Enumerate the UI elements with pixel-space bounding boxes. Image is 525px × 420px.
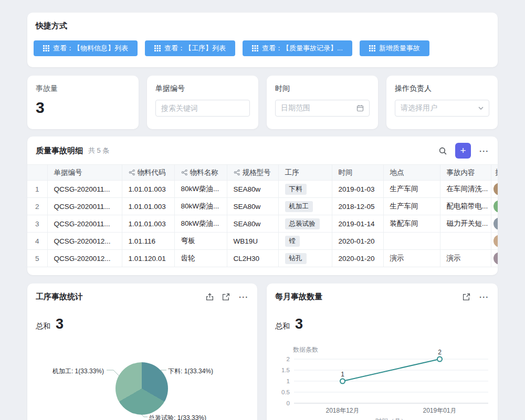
table-scroll-area[interactable]: 单据编号 物料代码 物料名称 规格型号 工序 时间 地点 事故内容 操作负责人 … — [27, 164, 498, 267]
accident-count-label: 事故量 — [36, 84, 130, 93]
cell-place: 演示 — [383, 250, 440, 267]
svg-text:2019年01月: 2019年01月 — [423, 407, 456, 414]
svg-text:1: 1 — [287, 378, 290, 384]
accident-count-value: 3 — [36, 99, 130, 117]
view-process-list-button[interactable]: 查看：【工序】列表 — [145, 40, 235, 56]
cell-doc-no: QCSG-2020011... — [47, 198, 122, 215]
button-label: 新增质量事故 — [379, 44, 420, 53]
pie-chart — [116, 362, 168, 415]
cell-operator — [491, 198, 498, 215]
relation-icon — [129, 169, 135, 176]
cell-place: 生产车间 — [383, 198, 440, 215]
col-operator: 操作负责人 — [491, 165, 498, 181]
search-icon — [438, 146, 447, 155]
filter-row: 事故量 3 单据编号 时间 日期范围 操作负责人 请选择用户 — [27, 76, 498, 129]
open-in-new-button[interactable] — [222, 293, 230, 301]
svg-text:1: 1 — [341, 371, 344, 378]
cell-operator — [491, 233, 498, 250]
doc-no-search-input[interactable] — [155, 100, 250, 117]
cell-time: 2019-01-03 — [332, 181, 383, 198]
table-card-header: 质量事故明细 共 5 条 + ⋯ — [27, 136, 498, 156]
pie-label-cutting: 下料: 1(33.34%) — [168, 367, 213, 376]
cell-spec: WB19U — [227, 233, 278, 250]
open-in-new-button[interactable] — [463, 293, 470, 301]
total-label: 总和 — [275, 322, 290, 331]
cell-spec: CL2H30 — [227, 250, 278, 267]
pie-card-actions: ⋯ — [206, 292, 249, 302]
date-range-placeholder: 日期范围 — [281, 103, 310, 113]
grid-icon — [154, 45, 161, 51]
view-quality-record-list-button[interactable]: 查看：【质量事故记录】... — [243, 40, 352, 56]
cell-material-name: 齿轮 — [174, 250, 227, 267]
process-tag: 镗 — [285, 236, 300, 247]
cell-material-name: 80kW柴油... — [174, 181, 227, 198]
operator-placeholder: 请选择用户 — [401, 103, 437, 113]
svg-text:1.5: 1.5 — [281, 367, 290, 373]
cell-spec: SEA80w — [227, 215, 278, 233]
cell-content — [440, 233, 491, 250]
cell-spec: SEA80w — [227, 181, 278, 198]
calendar-icon — [356, 104, 364, 112]
svg-text:0.5: 0.5 — [281, 389, 290, 395]
line-total: 总和 3 — [275, 316, 303, 332]
cell-process: 总装试验 — [278, 215, 332, 233]
export-button[interactable] — [206, 293, 214, 301]
operator-label: 操作负责人 — [395, 84, 489, 93]
cell-content: 磁力开关短... — [440, 215, 491, 233]
avatar — [494, 252, 498, 265]
svg-text:2: 2 — [287, 356, 290, 362]
pie-card-title: 工序事故统计 — [36, 292, 83, 302]
grid-icon — [369, 45, 375, 51]
time-label: 时间 — [275, 84, 370, 93]
add-record-button[interactable]: + — [455, 143, 471, 159]
relation-icon — [234, 169, 240, 176]
svg-text:数据条数: 数据条数 — [293, 346, 318, 353]
search-button[interactable] — [438, 146, 447, 155]
cell-time: 2020-01-20 — [332, 233, 383, 250]
table-row[interactable]: 5 QCSG-2020012... 1.01.120.01 齿轮 CL2H30 … — [27, 250, 498, 267]
table-title: 质量事故明细 — [36, 146, 83, 156]
total-value: 3 — [295, 316, 303, 332]
cell-material-code: 1.01.120.01 — [122, 250, 174, 267]
more-options-button[interactable]: ⋯ — [479, 146, 489, 156]
button-label: 查看：【物料信息】列表 — [53, 44, 128, 53]
button-label: 查看：【工序】列表 — [164, 44, 226, 53]
svg-text:0: 0 — [287, 400, 290, 406]
cell-process: 机加工 — [278, 198, 332, 215]
cell-place: 生产车间 — [383, 181, 440, 198]
avatar — [494, 217, 498, 230]
cell-doc-no: QCSG-2020011... — [47, 181, 122, 198]
cell-spec: SEA80w — [227, 198, 278, 215]
cell-time: 2019-01-14 — [332, 215, 383, 233]
cell-content: 演示 — [440, 250, 491, 267]
process-tag: 机加工 — [285, 201, 313, 212]
table-row[interactable]: 2 QCSG-2020011... 1.01.01.003 80kW柴油... … — [27, 198, 498, 215]
table-row[interactable]: 3 QCSG-2020011... 1.01.01.003 80kW柴油... … — [27, 215, 498, 233]
svg-text:时间（月）: 时间（月） — [375, 417, 407, 420]
svg-text:2018年12月: 2018年12月 — [326, 407, 359, 414]
doc-no-label: 单据编号 — [155, 84, 250, 93]
total-value: 3 — [56, 316, 64, 332]
cell-operator — [491, 215, 498, 233]
operator-select[interactable]: 请选择用户 — [395, 100, 489, 117]
col-spec: 规格型号 — [227, 165, 278, 181]
export-icon — [206, 293, 214, 301]
more-options-button[interactable]: ⋯ — [238, 292, 249, 302]
cell-process: 镗 — [278, 233, 332, 250]
cell-doc-no: QCSG-2020012... — [47, 233, 122, 250]
add-quality-accident-button[interactable]: 新增质量事故 — [360, 40, 429, 56]
cell-content: 在车间清洗... — [440, 181, 491, 198]
more-options-button[interactable]: ⋯ — [479, 292, 489, 302]
cell-time: 2018-12-05 — [332, 198, 383, 215]
shortcuts-card: 快捷方式 查看：【物料信息】列表 查看：【工序】列表 查看：【质量事故记录】..… — [27, 13, 498, 67]
date-range-picker[interactable]: 日期范围 — [275, 100, 370, 117]
table-row[interactable]: 1 QCSG-2020011... 1.01.01.003 80kW柴油... … — [27, 181, 498, 198]
view-material-list-button[interactable]: 查看：【物料信息】列表 — [34, 40, 138, 56]
monthly-accident-count-card: 每月事故数量 ⋯ 总和 3 数据条数00.511.5212018年12月2201… — [267, 284, 498, 420]
cell-material-name: 弯板 — [174, 233, 227, 250]
col-material-name: 物料名称 — [174, 165, 227, 181]
table-row[interactable]: 4 QCSG-2020012... 1.01.116 弯板 WB19U 镗 20… — [27, 233, 498, 250]
doc-no-filter-card: 单据编号 — [147, 76, 258, 129]
avatar — [494, 183, 498, 195]
cell-operator — [491, 181, 498, 198]
